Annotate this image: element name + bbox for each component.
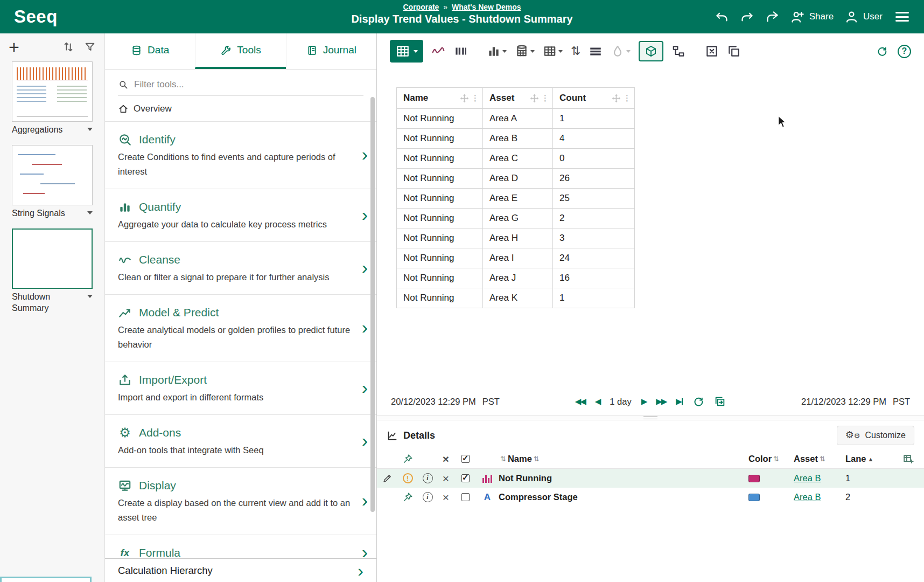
- asset-link[interactable]: Area B: [794, 473, 821, 483]
- export-box-icon[interactable]: [705, 44, 719, 58]
- details-column-lane[interactable]: Lane: [845, 454, 866, 464]
- worksheet-thumbnail-shutdown-summary[interactable]: [12, 228, 93, 289]
- details-column-name[interactable]: Name: [508, 454, 532, 464]
- color-swatch[interactable]: [748, 494, 760, 501]
- add-column-icon[interactable]: [902, 453, 914, 465]
- trend-samples-icon[interactable]: [431, 44, 445, 58]
- hamburger-menu-icon[interactable]: [893, 10, 911, 24]
- step-back-fast-icon[interactable]: ◀◀: [575, 397, 585, 406]
- tool-display[interactable]: Display Create a display based on the cu…: [105, 467, 376, 535]
- asset-swap-icon[interactable]: [671, 44, 685, 58]
- step-to-end-icon[interactable]: ▶: [676, 397, 683, 406]
- range-start[interactable]: 20/12/2023 12:29 PM PST: [391, 397, 575, 407]
- item-checkbox[interactable]: [461, 493, 470, 501]
- asset-link[interactable]: Area B: [794, 492, 821, 502]
- warning-icon[interactable]: !: [403, 473, 413, 483]
- breadcrumb-current-link[interactable]: What's New Demos: [452, 3, 521, 11]
- tool-formula[interactable]: fx Formula ›: [105, 535, 376, 558]
- tool-add-ons[interactable]: ⚙ Add-ons Add-on tools that integrate wi…: [105, 414, 376, 467]
- share-link-icon[interactable]: [765, 10, 780, 24]
- remove-all-icon[interactable]: ×: [443, 454, 449, 464]
- data-table-view-button[interactable]: [515, 44, 535, 58]
- worksheet-label-string-signals[interactable]: String Signals: [12, 207, 65, 219]
- calculation-hierarchy-link[interactable]: Calculation Hierarchy ›: [105, 558, 376, 582]
- tab-data[interactable]: Data: [105, 33, 195, 69]
- share-button[interactable]: Share: [790, 10, 834, 24]
- range-end-datetime[interactable]: 21/12/2023 12:29 PM: [801, 397, 886, 407]
- tools-overview-link[interactable]: Overview: [105, 95, 376, 121]
- copy-icon[interactable]: [727, 44, 741, 58]
- details-column-asset[interactable]: Asset: [794, 454, 818, 464]
- chevron-down-icon[interactable]: [87, 128, 93, 131]
- select-all-checkbox[interactable]: [461, 455, 470, 463]
- range-duration[interactable]: 1 day: [610, 397, 631, 407]
- step-forward-icon[interactable]: ▶: [641, 397, 647, 406]
- pin-icon[interactable]: [403, 492, 413, 502]
- panel-resize-handle[interactable]: [377, 415, 924, 420]
- tools-scrollbar[interactable]: [370, 97, 375, 512]
- undo-icon[interactable]: [715, 10, 729, 24]
- worksheet-thumbnail-string-signals[interactable]: [12, 145, 93, 205]
- refresh-icon[interactable]: [876, 45, 888, 57]
- remove-item-icon[interactable]: ×: [443, 473, 449, 483]
- range-end[interactable]: 21/12/2023 12:29 PM PST: [801, 397, 910, 407]
- item-name[interactable]: Compressor Stage: [499, 492, 578, 502]
- sort-columns-icon[interactable]: ⇅: [571, 45, 580, 57]
- auto-update-icon[interactable]: [692, 396, 704, 407]
- step-forward-fast-icon[interactable]: ▶▶: [656, 397, 666, 406]
- sort-ascending-icon[interactable]: ▲: [868, 456, 874, 462]
- new-worksheet-button[interactable]: +: [9, 39, 19, 55]
- redo-icon[interactable]: [740, 10, 754, 24]
- tool-import-export[interactable]: Import/Export Import and export in diffe…: [105, 362, 376, 414]
- worksheet-thumbnail-aggregations[interactable]: [12, 61, 93, 122]
- details-row-not-running[interactable]: ! i × Not Running Area B 1: [377, 469, 924, 488]
- sort-icon[interactable]: ⇅: [500, 455, 506, 463]
- info-icon[interactable]: i: [423, 492, 433, 502]
- tool-model-predict[interactable]: Model & Predict Create analytical models…: [105, 294, 376, 362]
- column-menu-icon[interactable]: ⋮: [623, 93, 631, 103]
- color-swatch[interactable]: [748, 475, 760, 482]
- breadcrumb-parent-link[interactable]: Corporate: [403, 3, 439, 11]
- info-icon[interactable]: i: [423, 473, 433, 483]
- details-row-compressor-stage[interactable]: i × A Compressor Stage Area B 2: [377, 488, 924, 507]
- tool-identify[interactable]: Identify Create Conditions to find event…: [105, 121, 376, 189]
- tab-tools[interactable]: Tools: [195, 33, 285, 69]
- sort-icon[interactable]: ⇅: [773, 455, 779, 463]
- table-view-button[interactable]: [390, 40, 423, 63]
- worksheet-label-aggregations[interactable]: Aggregations: [12, 124, 62, 135]
- help-icon[interactable]: ?: [898, 45, 911, 58]
- remove-item-icon[interactable]: ×: [443, 492, 449, 502]
- row-density-icon[interactable]: [589, 44, 603, 58]
- sort-icon[interactable]: ⇅: [820, 455, 825, 463]
- range-start-datetime[interactable]: 20/12/2023 12:29 PM: [391, 397, 476, 407]
- user-menu-button[interactable]: User: [844, 10, 883, 24]
- customize-button[interactable]: ⚙⚙ Customize: [837, 426, 914, 445]
- step-back-icon[interactable]: ◀: [595, 397, 600, 406]
- filter-worksheets-icon[interactable]: [84, 41, 96, 53]
- sort-icon[interactable]: ⇅: [534, 455, 540, 463]
- bar-chart-view-button[interactable]: [487, 44, 507, 58]
- chevron-down-icon[interactable]: [87, 295, 93, 298]
- pin-column-icon[interactable]: [403, 454, 413, 464]
- seeq-logo[interactable]: Seeq: [0, 6, 72, 27]
- edit-pencil-icon[interactable]: [382, 473, 393, 483]
- grid-table-view-button[interactable]: [543, 44, 563, 58]
- copy-time-range-icon[interactable]: [714, 396, 726, 407]
- move-column-icon[interactable]: [612, 94, 621, 103]
- tool-quantify[interactable]: Quantify Aggregate your data to calculat…: [105, 189, 376, 241]
- filter-tools-input[interactable]: [134, 79, 363, 90]
- tool-cleanse[interactable]: Cleanse Clean or filter a signal to prep…: [105, 241, 376, 294]
- capsule-bars-icon[interactable]: [453, 44, 467, 58]
- item-checkbox[interactable]: [461, 474, 470, 482]
- worksheet-thumbnail-partial[interactable]: [0, 577, 92, 582]
- reorder-worksheets-icon[interactable]: [62, 41, 74, 53]
- move-column-icon[interactable]: [530, 94, 539, 103]
- column-menu-icon[interactable]: ⋮: [541, 93, 549, 103]
- worksheet-label-shutdown-summary[interactable]: Shutdown Summary: [12, 291, 70, 314]
- threshold-button[interactable]: [611, 44, 631, 58]
- column-menu-icon[interactable]: ⋮: [471, 93, 479, 103]
- chevron-down-icon[interactable]: [87, 211, 93, 214]
- details-column-color[interactable]: Color: [748, 454, 772, 464]
- item-name[interactable]: Not Running: [499, 473, 552, 483]
- tab-journal[interactable]: Journal: [286, 33, 376, 69]
